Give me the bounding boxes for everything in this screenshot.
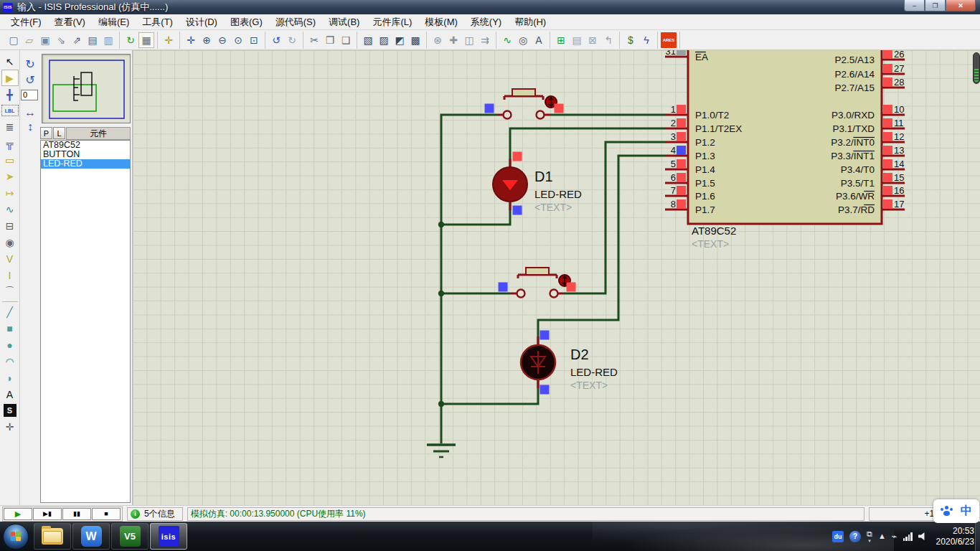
- menu-d[interactable]: 设计(D): [179, 14, 224, 30]
- save-design-button[interactable]: ▣: [37, 32, 53, 48]
- mirror-vertical-button[interactable]: ↕: [22, 119, 38, 135]
- step-button[interactable]: ▶▮: [33, 508, 62, 520]
- print-button[interactable]: ▤: [85, 32, 100, 48]
- wire[interactable]: [441, 380, 538, 404]
- search-tag-button[interactable]: ◎: [515, 32, 531, 48]
- zoom-out-button[interactable]: ⊖: [215, 32, 230, 48]
- netlist-to-ares-button[interactable]: ARES: [661, 32, 677, 48]
- subcircuit-mode-tool[interactable]: ▭: [1, 151, 19, 168]
- menu-m[interactable]: 模板(M): [418, 14, 464, 30]
- current-probe-mode-tool[interactable]: I: [1, 267, 19, 283]
- cut-button[interactable]: ✂: [306, 32, 322, 48]
- wire-autorouter-button[interactable]: ∿: [499, 32, 515, 48]
- voltage-probe-mode-tool[interactable]: V: [1, 250, 19, 267]
- menu-b[interactable]: 调试(B): [322, 14, 366, 30]
- play-button[interactable]: ▶: [4, 508, 32, 520]
- vertical-scrollbar-thumb[interactable]: [973, 52, 980, 84]
- hidden-icons-arrow[interactable]: ▲: [878, 532, 886, 540]
- generator-mode-tool[interactable]: ◉: [1, 234, 19, 250]
- new-sheet-button[interactable]: ▤: [569, 32, 585, 48]
- remove-sheet-button[interactable]: ⊠: [585, 32, 600, 48]
- device-item-led-red[interactable]: LED-RED: [41, 159, 130, 169]
- baidu-ime-tray-icon[interactable]: du: [832, 531, 844, 542]
- stop-button[interactable]: ■: [92, 508, 121, 520]
- library-button[interactable]: L: [53, 127, 65, 139]
- arc-2d-tool[interactable]: ◠: [1, 353, 19, 369]
- zoom-in-button[interactable]: ⊕: [199, 32, 215, 48]
- bus-mode-tool[interactable]: ╦: [1, 135, 19, 151]
- ime-toolbar[interactable]: 中: [933, 499, 979, 523]
- bill-of-materials-button[interactable]: $: [623, 32, 639, 48]
- graph-mode-tool[interactable]: ∿: [1, 201, 19, 217]
- undo-button[interactable]: ↺: [268, 32, 284, 48]
- device-pin-mode-tool[interactable]: ↦: [1, 184, 19, 201]
- led-d2[interactable]: D2LED-RED<TEXT>: [521, 336, 618, 391]
- wire-junction[interactable]: [438, 222, 444, 227]
- block-rotate-button[interactable]: ◩: [392, 32, 407, 48]
- menu-h[interactable]: 帮助(H): [508, 14, 552, 30]
- restore-button[interactable]: ❐: [925, 0, 946, 11]
- menu-g[interactable]: 图表(G): [224, 14, 269, 30]
- terminal-mode-tool[interactable]: ➤: [1, 168, 19, 184]
- virtual-instrument-mode-tool[interactable]: ⌒: [1, 283, 19, 300]
- text-script-mode-tool[interactable]: ≣: [1, 118, 19, 135]
- electrical-rule-check-button[interactable]: ϟ: [639, 32, 654, 48]
- goto-parent-sheet-button[interactable]: ↰: [600, 32, 616, 48]
- selection-mode-tool[interactable]: ↖: [1, 53, 19, 70]
- overview-viewport[interactable]: [53, 85, 96, 111]
- ground-symbol[interactable]: [427, 404, 456, 457]
- taskbar-item-isis[interactable]: isis: [150, 523, 187, 550]
- property-assignment-button[interactable]: A: [531, 32, 547, 48]
- wire[interactable]: [510, 128, 665, 169]
- tape-recorder-mode-tool[interactable]: ⊟: [1, 217, 19, 234]
- circle-2d-tool[interactable]: ●: [1, 336, 19, 353]
- taskbar-item-wps[interactable]: W: [72, 523, 110, 550]
- decompose-button[interactable]: ⇉: [477, 32, 493, 48]
- import-section-button[interactable]: ⇘: [53, 32, 69, 48]
- component-mode-tool[interactable]: ▶: [1, 70, 19, 86]
- new-file-button[interactable]: ▢: [6, 32, 22, 48]
- close-button[interactable]: ✕: [946, 0, 976, 11]
- menu-t[interactable]: 工具(T): [136, 14, 179, 30]
- message-counter[interactable]: i 5个信息: [127, 507, 183, 521]
- wire[interactable]: [441, 115, 497, 404]
- rotate-clockwise-button[interactable]: ↻: [22, 56, 38, 72]
- volume-icon[interactable]: [918, 532, 928, 540]
- help-tray-icon[interactable]: ?: [849, 531, 861, 542]
- path-2d-tool[interactable]: ◗: [1, 369, 19, 386]
- marker-2d-tool[interactable]: ✛: [1, 418, 19, 435]
- wire[interactable]: [538, 156, 665, 345]
- show-desktop-button[interactable]: [975, 522, 980, 551]
- network-signal-icon[interactable]: [903, 532, 913, 541]
- window-layout-tray-icon[interactable]: ⧉▾: [867, 530, 872, 543]
- chinese-mode-indicator[interactable]: 中: [961, 504, 972, 519]
- symbol-2d-tool[interactable]: S: [4, 404, 17, 417]
- zoom-all-button[interactable]: ⊙: [230, 32, 246, 48]
- design-explorer-button[interactable]: ⊞: [553, 32, 569, 48]
- pick-devices-button[interactable]: P: [40, 127, 52, 139]
- menu-l[interactable]: 元件库(L): [366, 14, 418, 30]
- export-section-button[interactable]: ⇗: [69, 32, 85, 48]
- wire-junction[interactable]: [438, 291, 444, 296]
- led-d1[interactable]: D1LED-RED<TEXT>: [493, 159, 582, 213]
- start-button[interactable]: [3, 524, 29, 550]
- copy-button[interactable]: ❐: [322, 32, 338, 48]
- paste-button[interactable]: ❏: [338, 32, 354, 48]
- pause-button[interactable]: ▮▮: [62, 508, 91, 520]
- zoom-area-button[interactable]: ⊡: [246, 32, 262, 48]
- menu-v[interactable]: 查看(V): [48, 14, 92, 30]
- menu-f[interactable]: 文件(F): [4, 14, 48, 30]
- minimize-button[interactable]: –: [904, 0, 925, 11]
- text-2d-tool[interactable]: A: [1, 386, 19, 402]
- rotate-anticlockwise-button[interactable]: ↺: [22, 72, 38, 88]
- chip-pin-31[interactable]: 31EA: [665, 50, 708, 62]
- junction-mode-tool[interactable]: ╋: [1, 86, 19, 103]
- box-2d-tool[interactable]: ■: [1, 320, 19, 336]
- redo-button[interactable]: ↻: [284, 32, 300, 48]
- line-2d-tool[interactable]: ╱: [1, 303, 19, 320]
- wire-label-mode-tool[interactable]: LBL: [1, 105, 19, 116]
- pan-button[interactable]: ✛: [183, 32, 199, 48]
- menu-e[interactable]: 编辑(E): [92, 14, 136, 30]
- block-copy-button[interactable]: ▧: [360, 32, 376, 48]
- origin-button[interactable]: ✛: [161, 32, 176, 48]
